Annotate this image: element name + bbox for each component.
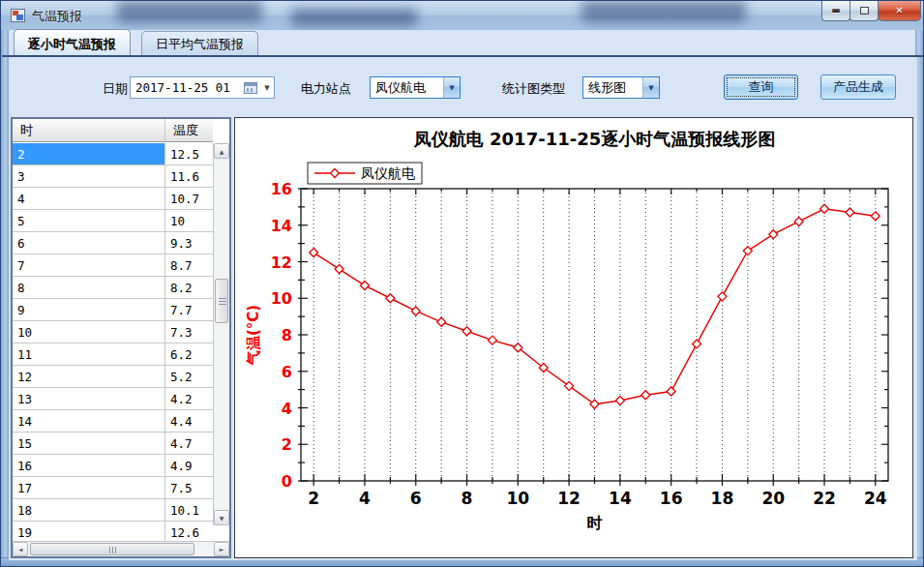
table-row[interactable]: 154.7 bbox=[13, 433, 213, 455]
cell-hour[interactable]: 4 bbox=[13, 188, 165, 209]
table-row[interactable]: 410.7 bbox=[13, 188, 213, 210]
cell-temperature[interactable]: 9.3 bbox=[165, 232, 213, 254]
data-point bbox=[565, 381, 574, 390]
horizontal-scrollbar[interactable]: ◄ ► bbox=[13, 541, 229, 556]
table-row[interactable]: 134.2 bbox=[13, 388, 213, 410]
cell-temperature[interactable]: 5.2 bbox=[165, 366, 213, 387]
vertical-scroll-thumb[interactable] bbox=[215, 279, 228, 323]
cell-temperature[interactable]: 8.7 bbox=[165, 254, 213, 276]
scroll-right-icon[interactable]: ► bbox=[214, 542, 229, 556]
y-tick-label: 6 bbox=[282, 363, 292, 381]
data-point bbox=[386, 294, 395, 303]
date-dropdown-icon[interactable]: ▼ bbox=[260, 84, 274, 92]
tab-daily-average-forecast[interactable]: 日平均气温预报 bbox=[141, 31, 258, 55]
data-point bbox=[411, 307, 420, 315]
glass-reflection bbox=[291, 9, 417, 26]
cell-temperature[interactable]: 10.1 bbox=[165, 499, 213, 521]
cell-temperature[interactable]: 7.3 bbox=[165, 321, 213, 343]
table-row[interactable]: 144.4 bbox=[13, 410, 213, 433]
table-row[interactable]: 164.9 bbox=[13, 455, 213, 477]
cell-hour[interactable]: 2 bbox=[13, 143, 165, 164]
table-body: 212.5311.6410.751069.378.788.297.7107.31… bbox=[13, 143, 213, 541]
cell-temperature[interactable]: 10.7 bbox=[165, 188, 213, 209]
cell-temperature[interactable]: 4.2 bbox=[165, 388, 213, 409]
temperature-line-chart: 凤仪航电 2017-11-25逐小时气温预报线形图246810121416182… bbox=[235, 118, 912, 557]
cell-hour[interactable]: 15 bbox=[13, 433, 165, 454]
x-tick-label: 22 bbox=[813, 489, 836, 508]
glass-reflection bbox=[581, 1, 746, 22]
cell-temperature[interactable]: 11.6 bbox=[165, 165, 213, 187]
cell-temperature[interactable]: 7.5 bbox=[165, 477, 213, 498]
table-row[interactable]: 125.2 bbox=[13, 366, 213, 388]
close-button[interactable]: ✕ bbox=[878, 1, 921, 21]
vertical-scrollbar[interactable]: ▲ ▼ bbox=[213, 143, 229, 525]
cell-temperature[interactable]: 12.5 bbox=[165, 143, 213, 164]
cell-temperature[interactable]: 12.6 bbox=[165, 522, 213, 541]
cell-temperature[interactable]: 4.4 bbox=[165, 410, 213, 432]
cell-hour[interactable]: 10 bbox=[13, 321, 165, 343]
scroll-down-icon[interactable]: ▼ bbox=[214, 510, 229, 525]
cell-hour[interactable]: 19 bbox=[13, 522, 165, 541]
column-header-hour[interactable]: 时 bbox=[13, 119, 165, 141]
table-row[interactable]: 78.7 bbox=[13, 254, 213, 277]
date-picker[interactable]: 2017-11-25 01 ▼ bbox=[130, 76, 275, 99]
maximize-button[interactable] bbox=[849, 1, 879, 21]
tab-strip: 逐小时气温预报 日平均气温预报 bbox=[9, 31, 917, 55]
cell-hour[interactable]: 7 bbox=[13, 254, 165, 276]
scroll-left-icon[interactable]: ◄ bbox=[13, 542, 28, 556]
y-tick-label: 12 bbox=[271, 254, 292, 272]
x-tick-label: 18 bbox=[711, 489, 734, 508]
cell-temperature[interactable]: 4.9 bbox=[165, 455, 213, 476]
table-row[interactable]: 69.3 bbox=[13, 232, 213, 254]
query-button[interactable]: 查询 bbox=[724, 75, 798, 100]
chart-type-combobox[interactable]: 线形图 ▼ bbox=[582, 76, 660, 99]
table-row[interactable]: 97.7 bbox=[13, 299, 213, 321]
titlebar[interactable]: 气温预报 ▬ ✕ bbox=[1, 1, 924, 30]
window-title: 气温预报 bbox=[32, 8, 82, 25]
cell-temperature[interactable]: 4.7 bbox=[165, 433, 213, 454]
date-label: 日期 bbox=[103, 80, 128, 98]
calendar-icon[interactable] bbox=[244, 82, 257, 94]
horizontal-scroll-thumb[interactable] bbox=[30, 543, 194, 555]
table-row[interactable]: 107.3 bbox=[13, 321, 213, 343]
cell-temperature[interactable]: 8.2 bbox=[165, 277, 213, 298]
cell-hour[interactable]: 8 bbox=[13, 277, 165, 298]
minimize-button[interactable]: ▬ bbox=[821, 1, 850, 21]
generate-product-button[interactable]: 产品生成 bbox=[820, 75, 896, 100]
table-row[interactable]: 177.5 bbox=[13, 477, 213, 499]
glass-reflection bbox=[117, 1, 262, 22]
cell-temperature[interactable]: 10 bbox=[165, 210, 213, 231]
data-point bbox=[743, 247, 752, 255]
table-row[interactable]: 1912.6 bbox=[13, 522, 213, 541]
cell-hour[interactable]: 13 bbox=[13, 388, 165, 409]
data-point bbox=[590, 400, 599, 408]
cell-hour[interactable]: 14 bbox=[13, 410, 165, 432]
cell-hour[interactable]: 6 bbox=[13, 232, 165, 254]
table-row[interactable]: 510 bbox=[13, 210, 213, 232]
scroll-up-icon[interactable]: ▲ bbox=[214, 143, 229, 159]
cell-hour[interactable]: 12 bbox=[13, 366, 165, 387]
table-row[interactable]: 1810.1 bbox=[13, 499, 213, 522]
cell-hour[interactable]: 5 bbox=[13, 210, 165, 231]
cell-temperature[interactable]: 7.7 bbox=[165, 299, 213, 320]
station-combobox[interactable]: 凤仪航电 ▼ bbox=[370, 76, 461, 99]
table-row[interactable]: 88.2 bbox=[13, 277, 213, 299]
chart-type-dropdown-icon[interactable]: ▼ bbox=[642, 77, 659, 98]
column-header-temperature[interactable]: 温度 bbox=[165, 119, 213, 141]
cell-hour[interactable]: 11 bbox=[13, 343, 165, 365]
chart-title: 凤仪航电 2017-11-25逐小时气温预报线形图 bbox=[413, 129, 775, 149]
cell-temperature[interactable]: 6.2 bbox=[165, 343, 213, 365]
cell-hour[interactable]: 9 bbox=[13, 299, 165, 320]
table-header-row: 时 温度 bbox=[13, 119, 213, 142]
station-dropdown-icon[interactable]: ▼ bbox=[443, 77, 460, 98]
cell-hour[interactable]: 16 bbox=[13, 455, 165, 476]
data-point bbox=[871, 212, 879, 221]
y-axis-title: 气温(°C) bbox=[245, 305, 262, 366]
cell-hour[interactable]: 17 bbox=[13, 477, 165, 498]
cell-hour[interactable]: 3 bbox=[13, 165, 165, 187]
tab-hourly-forecast[interactable]: 逐小时气温预报 bbox=[14, 29, 131, 55]
cell-hour[interactable]: 18 bbox=[13, 499, 165, 521]
table-row[interactable]: 212.5 bbox=[13, 143, 213, 165]
table-row[interactable]: 116.2 bbox=[13, 343, 213, 366]
table-row[interactable]: 311.6 bbox=[13, 165, 213, 188]
